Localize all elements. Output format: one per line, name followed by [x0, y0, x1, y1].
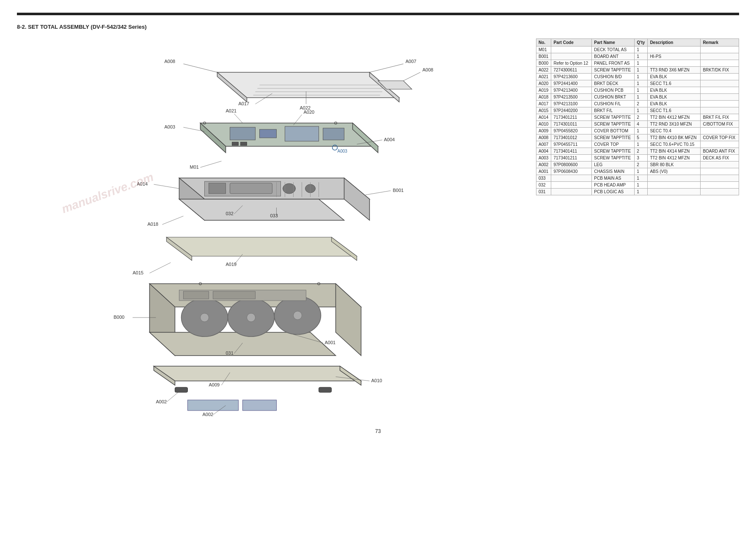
col-header-no: No. — [536, 39, 551, 47]
table-cell-qty: 1 — [635, 175, 648, 182]
cushion-layer: A019 — [167, 237, 357, 267]
table-cell-no: A009 — [536, 128, 551, 134]
table-cell-part_code: 7173401211 — [551, 155, 592, 162]
svg-text:A018: A018 — [148, 222, 159, 227]
table-cell-description — [648, 47, 701, 53]
table-cell-description: TT2 BIN 4X10 BK MFZN — [648, 134, 701, 141]
svg-line-9 — [184, 64, 217, 72]
cover-top-part: A007 A008 — [165, 59, 417, 102]
table-cell-remark: BOARD ANT FIX — [701, 148, 739, 155]
table-cell-part_name: CUSHION F/L — [592, 101, 635, 107]
table-cell-no: A020 — [536, 80, 551, 87]
svg-text:A003: A003 — [338, 149, 348, 153]
table-row: 032PCB HEAD AMP1 — [536, 182, 739, 189]
table-cell-description — [648, 175, 701, 182]
table-cell-remark: COVER TOP FIX — [701, 134, 739, 141]
table-cell-remark — [701, 87, 739, 94]
table-row: A00297P0800600LEG2SBR 80 BLK — [536, 162, 739, 168]
lower-chassis: B000 031 — [114, 284, 361, 356]
table-cell-part_name: CHASSIS MAIN — [592, 168, 635, 175]
svg-point-78 — [247, 313, 256, 322]
svg-line-7 — [370, 64, 404, 72]
table-cell-part_code: 97P2441400 — [551, 80, 592, 87]
table-cell-no: A018 — [536, 94, 551, 101]
table-cell-part_code: 97P4213400 — [551, 87, 592, 94]
table-cell-qty: 5 — [635, 134, 648, 141]
svg-text:A003: A003 — [165, 124, 176, 129]
table-cell-remark — [701, 128, 739, 134]
svg-rect-25 — [232, 142, 239, 145]
svg-marker-73 — [336, 284, 361, 356]
table-cell-qty: 1 — [635, 182, 648, 189]
table-cell-description — [648, 60, 701, 67]
page-number: 73 — [17, 428, 739, 434]
table-cell-part_code — [551, 182, 592, 189]
table-cell-qty: 1 — [635, 80, 648, 87]
table-cell-remark — [701, 94, 739, 101]
svg-rect-22 — [260, 129, 277, 138]
table-cell-no: A004 — [536, 148, 551, 155]
table-cell-no: M01 — [536, 47, 551, 53]
table-cell-part_name: COVER TOP — [592, 141, 635, 148]
table-cell-part_name: PCB MAIN AS — [592, 175, 635, 182]
table-row: A00997P0455820COVER BOTTOM1SECC T0.4 — [536, 128, 739, 134]
svg-text:033: 033 — [270, 213, 278, 218]
table-cell-qty: 1 — [635, 107, 648, 114]
table-cell-no: A019 — [536, 87, 551, 94]
table-cell-part_code — [551, 53, 592, 60]
table-cell-qty: 2 — [635, 162, 648, 168]
table-cell-part_name: SCREW TAPPTITE — [592, 67, 635, 74]
table-cell-no: A007 — [536, 141, 551, 148]
table-cell-part_name: PCB LOGIC AS — [592, 189, 635, 195]
svg-marker-74 — [150, 332, 336, 356]
upper-deck: A021 A020 A003 — [165, 108, 378, 153]
table-cell-part_code — [551, 189, 592, 195]
table-cell-part_name: LEG — [592, 162, 635, 168]
table-row: A0147173401211SCREW TAPPTITE2TT2 BIN 4X1… — [536, 114, 739, 121]
table-row: A02097P2441400BRKT DECK1SECC T1.6 — [536, 80, 739, 87]
svg-text:A007: A007 — [406, 59, 417, 64]
svg-line-99 — [167, 392, 179, 402]
table-cell-qty: 1 — [635, 53, 648, 60]
table-cell-remark — [701, 162, 739, 168]
assembly-diagram: A007 A008 A008 A017 A022 — [17, 38, 528, 419]
table-row: A0047173401411SCREW TAPPTITE2TT2 BIN 4X1… — [536, 148, 739, 155]
table-cell-no: A001 — [536, 168, 551, 175]
table-cell-remark — [701, 101, 739, 107]
svg-text:A021: A021 — [226, 108, 237, 113]
svg-text:A020: A020 — [304, 110, 315, 115]
table-cell-part_code: 7274300611 — [551, 67, 592, 74]
bracket-top: A008 — [378, 67, 434, 89]
svg-text:B000: B000 — [114, 315, 125, 320]
col-header-qty: Q'ty — [635, 39, 648, 47]
table-cell-description: TT2 BIN 4X12 MFZN — [648, 155, 701, 162]
table-cell-part_name: CUSHION B/D — [592, 74, 635, 80]
top-border — [17, 13, 739, 15]
table-cell-part_name: SCREW TAPPTITE — [592, 155, 635, 162]
table-cell-qty: 1 — [635, 141, 648, 148]
table-cell-part_code: 7173401012 — [551, 134, 592, 141]
middle-chassis: A014 032 033 B001 — [137, 178, 404, 220]
svg-line-62 — [162, 216, 184, 225]
table-row: B000Refer to Option 12PANEL FRONT AS1 — [536, 60, 739, 67]
table-cell-part_code: 97P4213100 — [551, 101, 592, 107]
table-cell-qty: 1 — [635, 189, 648, 195]
table-cell-part_code: 7173401411 — [551, 148, 592, 155]
svg-text:A008: A008 — [423, 67, 434, 72]
cover-bottom: A009 — [154, 366, 361, 387]
table-cell-part_name: CUSHION BRKT — [592, 94, 635, 101]
table-cell-description: SECC T0.4 — [648, 128, 701, 134]
table-cell-qty: 3 — [635, 155, 648, 162]
svg-rect-101 — [188, 400, 239, 411]
table-cell-part_code: 7174301011 — [551, 121, 592, 128]
table-cell-no: 031 — [536, 189, 551, 195]
table-row: A00197P0608430CHASSIS MAIN1ABS (V0) — [536, 168, 739, 175]
table-cell-no: A022 — [536, 67, 551, 74]
table-cell-qty: 1 — [635, 60, 648, 67]
table-cell-remark — [701, 80, 739, 87]
table-cell-qty: 2 — [635, 148, 648, 155]
svg-point-76 — [201, 313, 209, 322]
table-cell-qty: 1 — [635, 67, 648, 74]
svg-text:A002: A002 — [203, 412, 214, 417]
table-cell-remark — [701, 175, 739, 182]
